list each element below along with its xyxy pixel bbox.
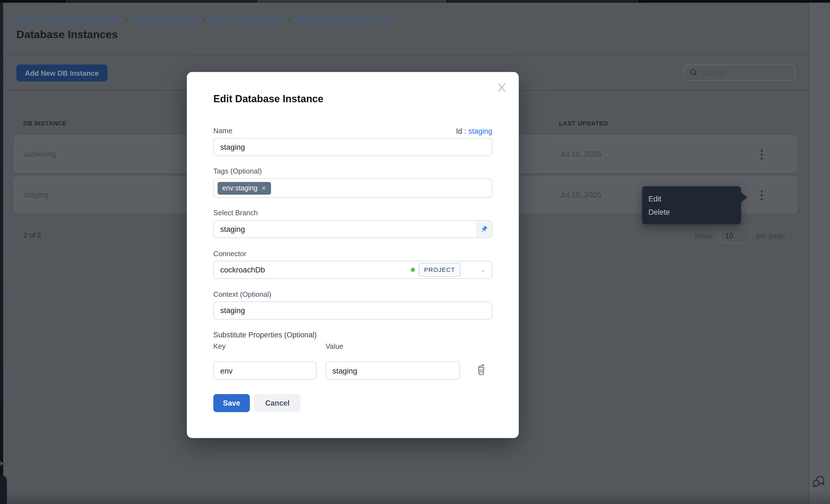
connector-value: cockroachDb (220, 266, 411, 274)
modal-title: Edit Database Instance (214, 93, 323, 105)
breadcrumb-account-link[interactable]: Account: kurosakiichigo.songoku (16, 16, 120, 24)
search-input[interactable] (702, 69, 781, 77)
name-label: Name (214, 127, 232, 135)
chevron-right-icon: › (203, 16, 205, 24)
context-menu-arrow (740, 192, 747, 203)
row-context-menu: Edit Delete (642, 186, 741, 224)
substitute-value-field[interactable] (325, 362, 460, 380)
connector-label: Connector (214, 250, 246, 258)
column-header-db-instance: DB INSTANCE (23, 120, 67, 127)
last-updated-value: Jul 10, 2025 (560, 190, 601, 199)
cancel-button[interactable]: Cancel (254, 394, 300, 412)
context-label: Context (Optional) (214, 291, 272, 298)
row-count: 2 of 2 (23, 231, 41, 239)
edit-db-instance-modal: Edit Database Instance Name Id : staging… (187, 72, 519, 438)
breadcrumb-project-link[interactable]: Project: Default Project (210, 16, 283, 24)
chevron-right-icon: › (125, 16, 127, 24)
branch-field[interactable]: staging (214, 220, 492, 238)
chevron-down-icon: ⌄ (741, 232, 745, 238)
chevron-down-icon: ⌄ (481, 266, 485, 273)
header-divider (4, 55, 809, 55)
branch-value: staging (214, 225, 476, 234)
page-size-select[interactable]: 10 ⌄ (720, 227, 751, 243)
chevron-right-icon: › (288, 16, 290, 24)
name-field[interactable] (214, 138, 492, 156)
tags-label: Tags (Optional) (214, 167, 262, 175)
bottom-shade (0, 491, 830, 504)
browser-tab-active[interactable] (257, 0, 447, 3)
context-field[interactable] (214, 301, 492, 320)
tag-chip-text: env:staging (222, 184, 257, 192)
per-page-label: per page (756, 232, 785, 240)
page-title: Database Instances (16, 28, 118, 41)
row-actions-kebab-icon[interactable] (758, 189, 766, 202)
substitute-key-field[interactable] (214, 362, 317, 380)
value-label: Value (325, 342, 343, 350)
status-dot-icon (411, 268, 415, 272)
show-label: Show (694, 232, 712, 240)
pin-button[interactable] (476, 221, 491, 237)
tag-chip: env:staging ✕ (218, 182, 271, 195)
context-menu-delete[interactable]: Delete (648, 207, 735, 216)
page-size-value: 10 (725, 231, 734, 240)
substitute-properties-label: Substitute Properties (Optional) (214, 331, 317, 339)
scroll-gutter[interactable] (809, 3, 830, 504)
id-value-link[interactable]: staging (468, 127, 492, 135)
browser-tab[interactable] (65, 0, 256, 3)
browser-tab[interactable] (0, 0, 65, 3)
chip-remove-icon[interactable]: ✕ (261, 184, 266, 192)
context-menu-edit[interactable]: Edit (648, 195, 735, 203)
breadcrumb: Account: kurosakiichigo.songoku › Organi… (16, 16, 394, 24)
browser-tab[interactable] (447, 0, 639, 3)
breadcrumb-schema-link[interactable]: DB Schema: db_devops_demo (295, 16, 394, 24)
breadcrumb-organization-link[interactable]: Organization: default (132, 16, 198, 24)
trash-icon[interactable] (475, 363, 487, 375)
save-button[interactable]: Save (214, 394, 250, 412)
window-left-edge (0, 3, 3, 504)
add-db-instance-button[interactable]: Add New DB Instance (16, 65, 107, 81)
branch-label: Select Branch (214, 209, 258, 217)
search-icon (690, 69, 698, 77)
window-bottom-left-corner (0, 475, 7, 504)
browser-tab[interactable] (639, 0, 830, 3)
drawer-handle-icon[interactable] (1, 461, 3, 466)
id-label: Id : (456, 127, 466, 135)
tags-field[interactable]: env:staging ✕ (214, 178, 492, 198)
screen: Account: kurosakiichigo.songoku › Organi… (0, 0, 830, 504)
instance-id: Id : staging (456, 127, 492, 135)
row-actions-kebab-icon[interactable] (758, 147, 766, 161)
scope-badge: PROJECT (419, 263, 460, 277)
db-instance-name: staging (24, 190, 49, 199)
db-instance-name: authoring (24, 150, 56, 158)
last-updated-value: Jul 10, 2025 (560, 150, 601, 158)
support-chat-icon[interactable] (811, 474, 826, 489)
key-label: Key (214, 342, 226, 350)
browser-tab-strip (0, 0, 830, 3)
column-header-last-updated: LAST UPDATED (559, 120, 608, 127)
connector-select[interactable]: cockroachDb PROJECT ⌄ (214, 261, 492, 279)
close-icon[interactable] (497, 82, 507, 93)
search-box (684, 65, 795, 81)
